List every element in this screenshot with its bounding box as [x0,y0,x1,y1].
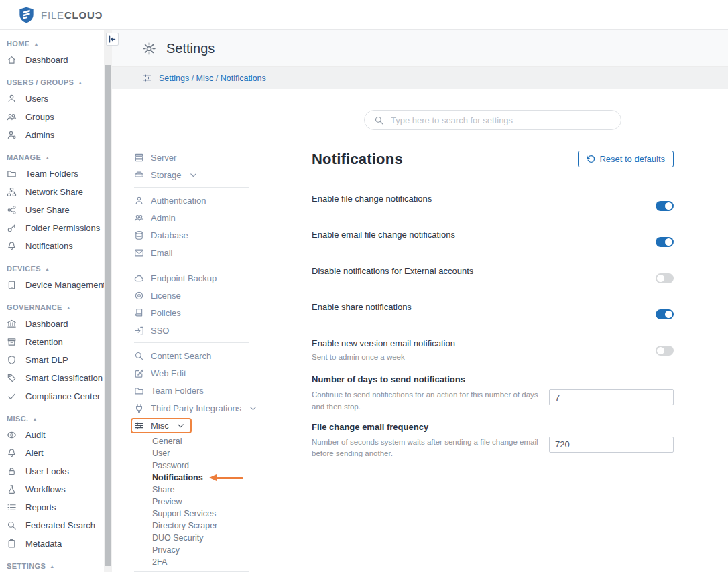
settings-nav-subitem-duo-security[interactable]: DUO Security [152,532,249,544]
settings-nav-subitem-2fa[interactable]: 2FA [152,556,249,568]
setting-label: Enable new version email notification [312,338,674,348]
sidebar-item-dashboard[interactable]: Dashboard [0,51,104,69]
settings-nav-subitem-share[interactable]: Share [152,484,249,496]
sidebar-item-admins[interactable]: Admins [0,126,104,144]
search-row [312,110,674,130]
sidebar-item-smart-dlp[interactable]: Smart DLP [0,351,104,369]
settings-nav-item-authentication[interactable]: Authentication [134,192,249,209]
sidebar-item-device-management[interactable]: Device Management [0,276,104,294]
bell-icon [7,448,17,458]
sidebar-item-groups[interactable]: Groups [0,108,104,126]
settings-nav-subitem-directory-scraper[interactable]: Directory Scraper [152,520,249,532]
file-change-email-frequency-input[interactable] [549,437,674,453]
settings-nav-item-policies[interactable]: Policies [134,304,249,321]
settings-nav-item-label: SSO [151,326,169,336]
disable-notifications-for-external-accounts-toggle[interactable] [656,273,674,283]
sidebar-item-workflows[interactable]: Workflows [0,480,104,498]
settings-nav-item-license[interactable]: License [134,287,249,304]
badge-icon [134,291,144,301]
sidebar-section-settings: SETTINGS▲Settings [0,559,104,572]
sidebar-section-header-home[interactable]: HOME▲ [0,36,104,51]
sidebar-section-header-settings[interactable]: SETTINGS▲ [0,559,104,572]
settings-nav-item-endpoint-backup[interactable]: Endpoint Backup [134,269,249,287]
sidebar-section-header-users-groups[interactable]: USERS / GROUPS▲ [0,75,104,90]
setting-row-enable-email-file-change-notifications: Enable email file change notifications [312,230,674,266]
rotate-ccw-icon [587,155,595,163]
sidebar-item-users[interactable]: Users [0,90,104,108]
search-icon [374,115,384,125]
sidebar-item-alert[interactable]: Alert [0,444,104,462]
settings-nav-item-admin[interactable]: Admin [134,209,249,226]
folder-icon [7,169,17,179]
collapse-triangle-icon: ▲ [45,267,50,271]
settings-nav-subitem-privacy[interactable]: Privacy [152,544,249,556]
settings-nav-item-storage[interactable]: Storage [134,166,249,184]
sidebar-section-header-devices[interactable]: DEVICES▲ [0,261,104,276]
settings-nav-item-team-folders[interactable]: Team Folders [134,382,249,399]
breadcrumb-link-settings[interactable]: Settings [159,74,189,83]
settings-nav-item-web-edit[interactable]: Web Edit [134,364,249,382]
enable-email-file-change-notifications-toggle[interactable] [656,237,674,247]
sidebar-item-federated-search[interactable]: Federated Search [0,516,104,534]
sidebar-collapse-button[interactable] [106,33,119,46]
sidebar-item-notifications[interactable]: Notifications [0,237,104,255]
sidebar-item-network-share[interactable]: Network Share [0,183,104,201]
sidebar-section-header-governance[interactable]: GOVERNANCE▲ [0,300,104,315]
settings-nav-item-server[interactable]: Server [134,149,249,166]
settings-nav-item-label: License [151,291,181,301]
sidebar-item-retention[interactable]: Retention [0,333,104,351]
settings-nav-item-misc[interactable]: Misc [134,417,249,434]
settings-rows: Enable file change notificationsEnable e… [312,194,674,460]
sidebar-item-metadata[interactable]: Metadata [0,534,104,553]
settings-search[interactable] [364,110,621,130]
enable-file-change-notifications-toggle[interactable] [656,201,674,211]
breadcrumb-link-misc[interactable]: Misc [196,74,214,83]
admin-user-icon [7,130,17,140]
settings-nav-item-email[interactable]: Email [134,244,249,261]
chevron-down-icon [176,421,186,431]
settings-nav-item-content-search[interactable]: Content Search [134,347,249,364]
settings-nav-item-label: Web Edit [151,368,186,378]
notifications-arrow-annotation [209,474,243,481]
enable-share-notifications-toggle[interactable] [656,309,674,319]
reset-to-defaults-button[interactable]: Reset to defaults [578,151,674,167]
sidebar-section-label: USERS / GROUPS [7,78,74,86]
nav-divider [134,342,249,343]
sidebar-item-smart-classification[interactable]: Smart Classification [0,369,104,387]
sidebar-item-folder-permissions[interactable]: Folder Permissions [0,219,104,237]
search-input[interactable] [391,115,611,125]
main-area: Settings Settings / Misc / Notifications… [112,30,728,572]
sidebar-item-compliance-center[interactable]: Compliance Center [0,387,104,405]
settings-nav-item-sso[interactable]: SSO [134,321,249,339]
topbar: FILECLOUƆ [0,0,728,30]
number-of-days-to-send-notifications-input[interactable] [549,389,674,405]
sidebar-item-audit[interactable]: Audit [0,426,104,444]
sidebar-item-label: Retention [25,337,63,347]
setting-description: Sent to admin once a week [312,353,674,361]
enable-new-version-email-notification-toggle[interactable] [656,346,674,356]
scrollbar-thumb[interactable] [105,65,111,566]
settings-nav-subitem-label: Support Services [152,509,216,518]
sidebar-item-dashboard[interactable]: Dashboard [0,315,104,333]
settings-nav-item-label: Third Party Integrations [151,403,241,413]
sidebar-section-header-manage[interactable]: MANAGE▲ [0,150,104,165]
settings-nav-subitem-support-services[interactable]: Support Services [152,508,249,520]
settings-nav-subitem-general[interactable]: General [152,435,249,447]
user-icon [134,196,144,206]
sidebar-item-reports[interactable]: Reports [0,498,104,516]
sidebar-item-user-share[interactable]: User Share [0,201,104,219]
sidebar-item-team-folders[interactable]: Team Folders [0,165,104,183]
sidebar-item-user-locks[interactable]: User Locks [0,462,104,480]
sidebar-section-label: GOVERNANCE [7,303,62,311]
sidebar-scrollbar[interactable] [104,30,112,572]
settings-nav-item-third-party-integrations[interactable]: Third Party Integrations [134,399,249,417]
settings-nav-subitem-notifications[interactable]: Notifications [152,472,249,484]
settings-nav-subitem-password[interactable]: Password [152,459,249,472]
settings-nav-item-database[interactable]: Database [134,226,249,244]
cloud-icon [134,273,144,283]
breadcrumb-link-notifications[interactable]: Notifications [221,74,266,83]
settings-nav-subitem-user[interactable]: User [152,447,249,459]
setting-label: File change email frequency [312,422,674,432]
settings-nav-subitem-preview[interactable]: Preview [152,496,249,508]
sidebar-section-header-misc[interactable]: MISC.▲ [0,411,104,426]
